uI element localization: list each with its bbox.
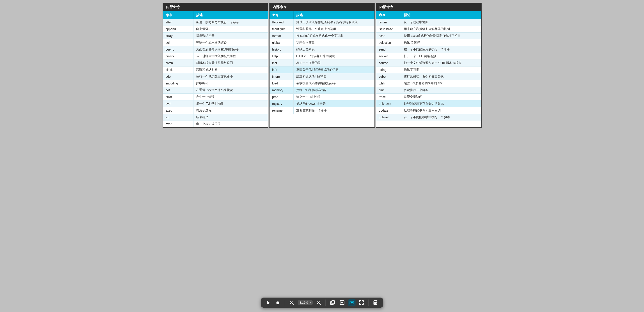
copy-tool-button[interactable]: [329, 299, 336, 306]
col-header-3-2: 描述: [401, 11, 481, 19]
divider3: [368, 300, 368, 306]
table-row: string操纵字符串: [376, 66, 481, 73]
table-row: send在一个不同的应用的执行一个命令: [376, 46, 481, 53]
table-row: load装载机器代码并初始化新命令: [270, 80, 374, 87]
table-row: interp建立和操纵 Tcl 解释器: [270, 73, 374, 80]
desc-cell-3-1: 从一个过程中返回: [401, 19, 481, 26]
desc-cell-3-10: 包含 Tcl 解释器的简单的 shell: [401, 80, 481, 87]
desc-cell-1-8: 获取和操纵时间: [193, 66, 268, 73]
panel-header-2: 内部命令: [270, 3, 374, 11]
table-panel-2: 内部命令命令描述fblocked测试上次输入操作是否耗尽了所有获得的输入fcon…: [269, 3, 375, 128]
table-row: expr求一个表达式的值: [163, 121, 268, 128]
cmd-cell-2-5: history: [270, 46, 294, 53]
desc-cell-3-7: 把一个文件或资源作为一个 Tcl 脚本来求值: [401, 60, 481, 66]
desc-cell-2-3: 按 sprintf 的式样格式化一个字符串: [294, 33, 374, 39]
cmd-cell-2-2: fconfigure: [270, 26, 294, 33]
table-row: fconfigure设置和获得一个通道上的选项: [270, 26, 374, 33]
cmd-cell-1-8: clock: [163, 66, 194, 73]
cmd-cell-1-11: eof: [163, 87, 194, 94]
cmd-cell-3-7: source: [376, 60, 401, 66]
table-row: clock获取和操纵时间: [163, 66, 268, 73]
cmd-cell-2-11: memory: [270, 87, 294, 94]
cmd-cell-1-15: exit: [163, 114, 194, 121]
desc-cell-1-10: 操纵编码: [193, 80, 268, 87]
zoom-value: 81.6%: [299, 301, 309, 304]
table-row: encoding操纵编码: [163, 80, 268, 87]
divider2: [326, 300, 326, 306]
table-row: source把一个文件或资源作为一个 Tcl 脚本来求值: [376, 60, 481, 66]
cmd-cell-3-1: return: [376, 19, 401, 26]
table-row: catch对脚本求值并追踪异常返回: [163, 60, 268, 66]
desc-cell-2-7: 增加一个变量的值: [294, 60, 374, 66]
pointer-tool-button[interactable]: [265, 300, 272, 306]
table-row: eval求一个 Tcl 脚本的值: [163, 100, 268, 107]
cmd-cell-3-5: send: [376, 46, 401, 53]
panel-header-1: 内部命令: [163, 3, 268, 11]
table-row: after延迟一段时间之后执行一个命令: [163, 19, 268, 26]
desc-cell-1-12: 产生一个错误: [193, 94, 268, 100]
cmd-cell-1-14: exec: [163, 107, 194, 114]
cmd-cell-3-14: update: [376, 107, 401, 114]
col-header-3-1: 命令: [376, 11, 401, 19]
table-row: update处理等待的事件和空闲回调: [376, 107, 481, 114]
fit-page-button[interactable]: [338, 299, 346, 306]
table-row: array操纵数组变量: [163, 33, 268, 39]
table-row: return从一个过程中返回: [376, 19, 481, 26]
desc-cell-1-13: 求一个 Tcl 脚本的值: [193, 100, 268, 107]
table-row: rename重命名或删除一个命令: [270, 107, 374, 114]
cmd-cell-3-2: Safe Base: [376, 26, 401, 33]
table-3: 命令描述return从一个过程中返回Safe Base用来建立和操纵安全解释器的…: [376, 11, 481, 121]
cmd-cell-1-13: eval: [163, 100, 194, 107]
table-row: format按 sprintf 的式样格式化一个字符串: [270, 33, 374, 39]
cmd-cell-1-1: after: [163, 19, 194, 26]
table-row: bgerror为处理后台错误而被调用的命令: [163, 46, 268, 53]
col-header-2-1: 命令: [270, 11, 294, 19]
table-row: memory控制 Tcl 内存调试功能: [270, 87, 374, 94]
col-header-1-2: 描述: [193, 11, 268, 19]
cmd-cell-1-16: expr: [163, 121, 194, 128]
cmd-cell-2-1: fblocked: [270, 19, 294, 26]
hand-tool-button[interactable]: [274, 299, 282, 306]
print-button[interactable]: [372, 299, 379, 306]
table-1: 命令描述after延迟一段时间之后执行一个命令append向变量添加array操…: [163, 11, 268, 127]
zoom-in-button[interactable]: [315, 299, 322, 306]
col-header-1-1: 命令: [163, 11, 194, 19]
cmd-cell-2-10: load: [270, 80, 294, 87]
table-row: error产生一个错误: [163, 94, 268, 100]
cmd-cell-1-10: encoding: [163, 80, 194, 87]
actual-size-button[interactable]: [348, 299, 356, 306]
cmd-cell-3-9: subst: [376, 73, 401, 80]
toolbar: 81.6% ▼: [261, 298, 383, 308]
cmd-cell-1-12: error: [163, 94, 194, 100]
cmd-cell-2-6: Http: [270, 53, 294, 60]
table-row: global访问全局变量: [270, 39, 374, 46]
desc-cell-1-3: 操纵数组变量: [193, 33, 268, 39]
table-row: exit结束程序: [163, 114, 268, 121]
desc-cell-1-6: 从二进制串中插入和提取字段: [193, 53, 268, 60]
desc-cell-3-2: 用来建立和操纵安全解释器的机制: [401, 26, 481, 33]
fullscreen-button[interactable]: [358, 299, 365, 306]
page-container: 内部命令命令描述after延迟一段时间之后执行一个命令append向变量添加ar…: [162, 2, 482, 128]
cmd-cell-3-4: selection: [376, 39, 401, 46]
table-row: fblocked测试上次输入操作是否耗尽了所有获得的输入: [270, 19, 374, 26]
desc-cell-3-8: 操纵字符串: [401, 66, 481, 73]
cmd-cell-3-12: trace: [376, 94, 401, 100]
desc-cell-2-9: 建立和操纵 Tcl 解释器: [294, 73, 374, 80]
zoom-group: 81.6% ▼: [298, 301, 313, 305]
desc-cell-3-14: 处理等待的事件和空闲回调: [401, 107, 481, 114]
desc-cell-1-11: 在通道上检查文件结束状况: [193, 87, 268, 94]
zoom-out-button[interactable]: [288, 299, 296, 306]
table-row: unknown处理对使用不存在命令的尝试: [376, 100, 481, 107]
desc-cell-2-6: HTTP/1.0 协议客户端的实现: [294, 53, 374, 60]
tables-row: 内部命令命令描述after延迟一段时间之后执行一个命令append向变量添加ar…: [162, 2, 482, 128]
table-row: scan使用 sscanf 式样的转换指定符分析字符串: [376, 33, 481, 39]
desc-cell-1-5: 为处理后台错误而被调用的命令: [193, 46, 268, 53]
desc-cell-2-13: 操纵 Windows 注册表: [294, 100, 374, 107]
desc-cell-2-14: 重命名或删除一个命令: [294, 107, 374, 114]
table-row: uplevel在一个不同的栈帧中执行一个脚本: [376, 114, 481, 121]
cmd-cell-2-14: rename: [270, 107, 294, 114]
desc-cell-2-11: 控制 Tcl 内存调试功能: [294, 87, 374, 94]
table-row: proc建立一个 Tcl 过程: [270, 94, 374, 100]
zoom-dropdown-arrow[interactable]: ▼: [309, 301, 312, 304]
table-row: subst进行反斜杠、命令和变量替换: [376, 73, 481, 80]
